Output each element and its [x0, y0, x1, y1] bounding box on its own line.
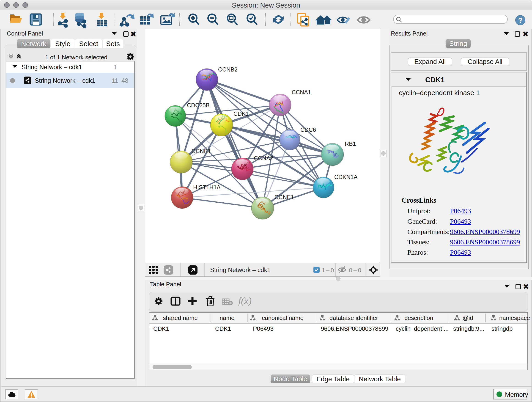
svg-text:HIST1H1A: HIST1H1A [193, 184, 221, 191]
svg-text:CCNB2: CCNB2 [218, 66, 238, 73]
svg-text:CCNA1: CCNA1 [292, 89, 311, 95]
svg-text:CDC25B: CDC25B [187, 102, 210, 108]
svg-text:CCNE1: CCNE1 [274, 194, 294, 200]
svg-text:CCNB1: CCNB1 [191, 148, 211, 154]
svg-text:CDK1: CDK1 [234, 110, 249, 117]
svg-text:CDKN1A: CDKN1A [334, 174, 358, 180]
svg-text:CDC6: CDC6 [300, 127, 316, 133]
svg-text:RB1: RB1 [345, 140, 356, 147]
svg-text:CCNA2: CCNA2 [254, 155, 273, 161]
